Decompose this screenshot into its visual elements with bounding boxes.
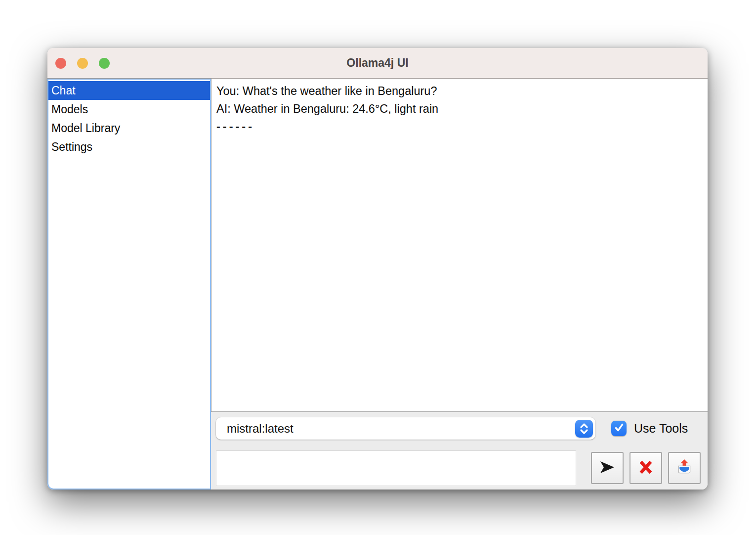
message-row [216,450,701,486]
checkmark-icon [614,422,625,435]
message-input[interactable] [216,450,576,486]
desktop: { "window": { "title": "Ollama4j UI", "t… [0,0,756,535]
main-panel: You: What's the weather like in Bengalur… [211,79,708,490]
traffic-lights [55,48,110,78]
use-tools-checkbox[interactable] [611,421,627,436]
model-select[interactable]: mistral:latest [216,417,595,440]
sidebar-item-model-library[interactable]: Model Library [48,119,210,137]
zoom-button[interactable] [99,58,110,69]
upload-button[interactable] [668,452,701,484]
model-row: mistral:latest [216,417,701,440]
close-button[interactable] [55,58,66,69]
window-title: Ollama4j UI [346,56,408,70]
stop-button[interactable] [630,452,662,484]
use-tools-label: Use Tools [634,421,688,436]
app-window: Ollama4j UI Chat Models Model Library Se… [47,48,708,490]
chat-separator: ------ [216,118,703,135]
use-tools-group: Use Tools [611,421,688,436]
outbox-tray-icon [675,458,693,478]
title-bar[interactable]: Ollama4j UI [47,48,708,79]
sidebar-item-models[interactable]: Models [48,100,210,119]
send-arrow-icon [599,460,616,476]
model-select-value: mistral:latest [227,422,294,436]
sidebar-nav-list: Chat Models Model Library Settings [47,79,211,490]
red-x-icon [638,459,654,477]
send-button[interactable] [591,452,624,484]
chat-controls-panel: mistral:latest [211,412,708,490]
chat-ai-message: AI: Weather in Bengaluru: 24.6°C, light … [216,100,703,118]
window-body: Chat Models Model Library Settings You: … [47,79,708,490]
chat-user-message: You: What's the weather like in Bengalur… [216,82,703,100]
stepper-icon[interactable] [575,420,593,438]
chat-transcript[interactable]: You: What's the weather like in Bengalur… [211,79,708,412]
sidebar-item-settings[interactable]: Settings [48,137,210,156]
minimize-button[interactable] [77,58,88,69]
sidebar-item-chat[interactable]: Chat [48,81,210,100]
